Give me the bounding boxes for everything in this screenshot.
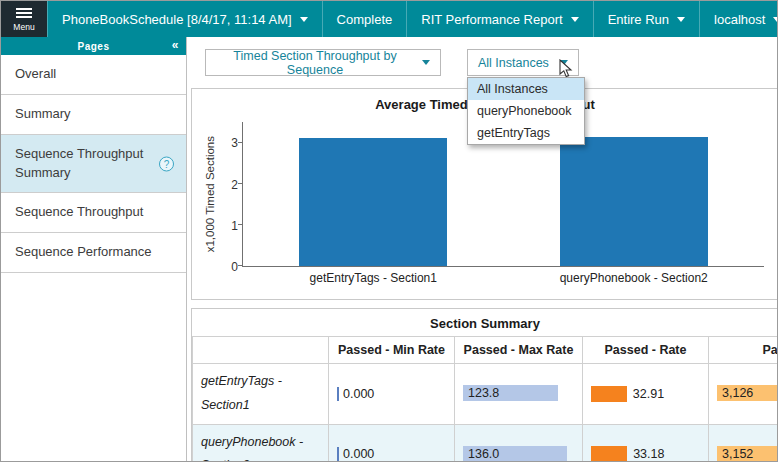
topbar: Menu PhoneBookSchedule [8/4/17, 11:14 AM…	[1, 1, 777, 37]
row-name: queryPhonebook - Section2	[193, 424, 329, 462]
max-rate-value: 136.0	[468, 447, 499, 461]
rate-bar	[591, 446, 627, 462]
sidebar-item-label: Sequence Throughput Summary	[15, 146, 143, 180]
y-tick-mark	[238, 265, 243, 266]
instance-dropdown-value: All Instances	[478, 56, 549, 70]
report-dropdown[interactable]: RIT Performance Report	[406, 1, 592, 37]
pages-title: Pages	[78, 41, 110, 52]
metric-dropdown-value: Timed Section Throughput by Sequence	[216, 49, 414, 77]
min-rate-bar	[337, 447, 339, 461]
pages-header: Pages «	[1, 37, 186, 55]
menu-button[interactable]: Menu	[1, 1, 47, 37]
table-header-row: Passed - Min Rate Passed - Max Rate Pass…	[193, 337, 778, 364]
bar-queryphonebook-section2	[560, 137, 708, 266]
rate-value: 33.18	[633, 447, 664, 461]
col-passed-truncated: Pas	[709, 337, 778, 364]
sidebar-item-sequence-performance[interactable]: Sequence Performance	[1, 233, 186, 273]
schedule-dropdown[interactable]: PhoneBookSchedule [8/4/17, 11:14 AM]	[47, 1, 322, 37]
min-rate-bar	[337, 387, 339, 401]
collapse-sidebar-icon[interactable]: «	[172, 37, 179, 54]
rate-cell: 32.91	[583, 364, 709, 425]
host-dropdown[interactable]: localhost	[699, 1, 778, 37]
row-name: getEntryTags - Section1	[193, 364, 329, 425]
chevron-down-icon	[571, 17, 579, 22]
sidebar: Pages « Overall Summary Sequence Through…	[1, 37, 187, 462]
chevron-down-icon	[300, 17, 308, 22]
help-icon[interactable]: ?	[159, 156, 174, 171]
table-row: queryPhonebook - Section2 0.000	[193, 424, 778, 462]
sidebar-item-overall[interactable]: Overall	[1, 55, 186, 95]
passed-total-value: 3,126	[722, 386, 753, 400]
passed-total-value: 3,152	[722, 447, 753, 461]
status-label: Complete	[337, 12, 393, 27]
y-tick-label: 1	[231, 219, 238, 233]
max-rate-cell: 123.8	[455, 364, 583, 425]
x-axis-labels: getEntryTags - Section1 queryPhonebook -…	[243, 271, 764, 285]
passed-total-cell: 3,152	[709, 424, 778, 462]
app-window: Menu PhoneBookSchedule [8/4/17, 11:14 AM…	[0, 0, 778, 462]
menu-item-all-instances[interactable]: All Instances	[468, 78, 584, 100]
status-badge: Complete	[322, 1, 407, 37]
table-row: getEntryTags - Section1 0.000	[193, 364, 778, 425]
col-passed-rate: Passed - Rate	[583, 337, 709, 364]
chevron-down-icon	[773, 17, 778, 22]
x-category-label: getEntryTags - Section1	[243, 271, 504, 285]
y-tick-mark	[238, 183, 243, 184]
max-rate-value: 123.8	[468, 386, 499, 400]
y-tick-mark	[238, 142, 243, 143]
y-tick-label: 2	[231, 178, 238, 192]
section-summary-panel: Section Summary Passed - Min Rate Passed…	[191, 308, 777, 462]
sidebar-item-sequence-throughput[interactable]: Sequence Throughput	[1, 193, 186, 233]
y-tick-mark	[238, 224, 243, 225]
y-tick-label: 0	[231, 260, 238, 274]
y-tick-label: 3	[231, 136, 238, 150]
instance-dropdown[interactable]: All Instances	[467, 49, 579, 76]
min-rate-value: 0.000	[343, 387, 374, 401]
passed-total-cell: 3,126	[709, 364, 778, 425]
menu-item-queryphonebook[interactable]: queryPhonebook	[468, 100, 584, 122]
rate-cell: 33.18	[583, 424, 709, 462]
main-content: Timed Section Throughput by Sequence All…	[187, 37, 777, 462]
sidebar-item-summary[interactable]: Summary	[1, 95, 186, 135]
min-rate-cell: 0.000	[329, 364, 455, 425]
x-category-label: queryPhonebook - Section2	[504, 271, 765, 285]
run-label: Entire Run	[608, 12, 669, 27]
chevron-down-icon	[560, 60, 568, 65]
y-axis: 0 1 2 3	[218, 122, 242, 267]
col-passed-max-rate: Passed - Max Rate	[455, 337, 583, 364]
table-title: Section Summary	[192, 316, 777, 331]
section-summary-table: Passed - Min Rate Passed - Max Rate Pass…	[192, 336, 777, 462]
chevron-down-icon	[422, 60, 430, 65]
max-rate-cell: 136.0	[455, 424, 583, 462]
y-axis-label: x1,000 Timed Sections	[202, 122, 218, 267]
run-dropdown[interactable]: Entire Run	[593, 1, 699, 37]
report-label: RIT Performance Report	[421, 12, 562, 27]
menu-item-getentrytags[interactable]: getEntryTags	[468, 122, 584, 144]
metric-dropdown[interactable]: Timed Section Throughput by Sequence	[205, 49, 441, 76]
host-label: localhost	[714, 12, 765, 27]
rate-bar	[591, 386, 627, 402]
schedule-label: PhoneBookSchedule [8/4/17, 11:14 AM]	[62, 12, 292, 27]
min-rate-value: 0.000	[343, 447, 374, 461]
hamburger-icon	[16, 6, 32, 20]
bar-getentrytags-section1	[299, 138, 447, 266]
bar-slot	[243, 122, 504, 266]
chevron-down-icon	[677, 17, 685, 22]
rate-value: 32.91	[633, 387, 664, 401]
corner-cell	[193, 337, 329, 364]
menu-label: Menu	[13, 22, 34, 32]
min-rate-cell: 0.000	[329, 424, 455, 462]
sidebar-item-sequence-throughput-summary[interactable]: Sequence Throughput Summary ?	[1, 135, 186, 194]
report-toolbar: Timed Section Throughput by Sequence All…	[205, 49, 777, 76]
col-passed-min-rate: Passed - Min Rate	[329, 337, 455, 364]
instance-dropdown-menu: All Instances queryPhonebook getEntryTag…	[467, 77, 585, 145]
